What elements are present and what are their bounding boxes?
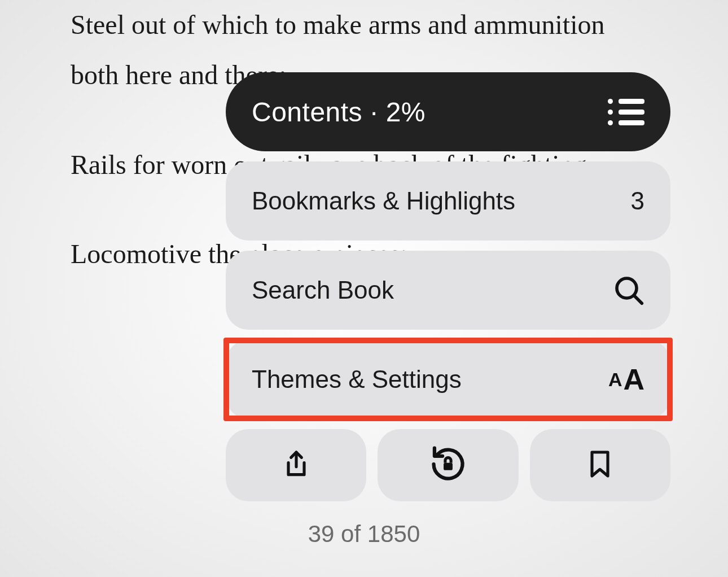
bookmarks-label: Bookmarks & Highlights (252, 187, 515, 215)
themes-settings-button[interactable]: Themes & Settings AA (226, 340, 670, 419)
contents-label: Contents · 2% (252, 97, 426, 128)
share-button[interactable] (226, 429, 366, 501)
page-indicator: 39 of 1850 (0, 521, 728, 548)
contents-button[interactable]: Contents · 2% (226, 72, 670, 151)
text-size-icon: AA (608, 362, 644, 396)
search-icon (613, 274, 644, 306)
bookmark-button[interactable] (530, 429, 670, 501)
reader-menu-popover: Contents · 2% Bookmarks & Highlights 3 S… (226, 72, 670, 501)
svg-line-1 (634, 296, 642, 304)
action-row (226, 429, 670, 501)
search-label: Search Book (252, 276, 394, 304)
search-book-button[interactable]: Search Book (226, 251, 670, 330)
share-icon (280, 448, 312, 482)
bookmark-icon (584, 448, 616, 482)
bookmarks-highlights-button[interactable]: Bookmarks & Highlights 3 (226, 161, 670, 241)
themes-label: Themes & Settings (252, 365, 462, 394)
svg-rect-2 (444, 463, 453, 470)
bookmarks-count: 3 (631, 187, 644, 215)
rotation-lock-button[interactable] (378, 429, 518, 501)
rotation-lock-icon (429, 445, 467, 486)
list-icon (608, 99, 644, 125)
